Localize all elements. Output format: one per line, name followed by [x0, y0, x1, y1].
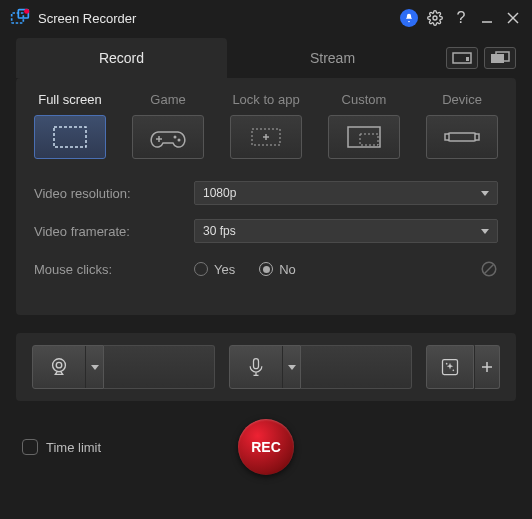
svg-rect-8 [466, 57, 469, 61]
app-title: Screen Recorder [38, 11, 394, 26]
chevron-down-icon [481, 191, 489, 196]
capture-modes: Full screen Game Lock to app Custom Devi… [34, 92, 498, 159]
mode-lock-to-app[interactable]: Lock to app [230, 92, 302, 159]
chevron-down-icon [91, 365, 99, 370]
svg-rect-21 [475, 134, 479, 140]
multi-window-button[interactable] [484, 47, 516, 69]
help-button[interactable]: ? [450, 7, 472, 29]
tabs: Record Stream [16, 38, 516, 78]
close-icon [507, 12, 519, 24]
record-panel: Full screen Game Lock to app Custom Devi… [16, 78, 516, 315]
webcam-dropdown[interactable] [85, 346, 103, 388]
svg-point-13 [178, 139, 181, 142]
window-mode-button[interactable] [446, 47, 478, 69]
mode-device[interactable]: Device [426, 92, 498, 159]
settings-button[interactable] [424, 7, 446, 29]
custom-region-icon [344, 124, 384, 150]
svg-rect-20 [445, 134, 449, 140]
titlebar: Screen Recorder ? [0, 0, 532, 36]
mode-custom[interactable]: Custom [328, 92, 400, 159]
device-icon [442, 124, 482, 150]
resolution-select[interactable]: 1080p [194, 181, 498, 205]
overlay-button[interactable] [426, 345, 474, 389]
microphone-button[interactable] [229, 345, 301, 389]
time-limit-checkbox[interactable] [22, 439, 38, 455]
mode-game[interactable]: Game [132, 92, 204, 159]
svg-rect-26 [254, 359, 259, 369]
gear-icon [427, 10, 443, 26]
chevron-down-icon [481, 229, 489, 234]
time-limit-label: Time limit [46, 440, 101, 455]
svg-rect-18 [360, 134, 378, 145]
svg-point-12 [174, 136, 177, 139]
footer: Time limit REC [16, 419, 516, 475]
minimize-button[interactable] [476, 7, 498, 29]
svg-rect-17 [348, 127, 380, 147]
webcam-level [104, 345, 215, 389]
multi-window-icon [490, 51, 510, 65]
svg-line-23 [485, 265, 494, 274]
svg-point-3 [433, 16, 437, 20]
settings-form: Video resolution: 1080p Video framerate:… [34, 177, 498, 285]
svg-point-28 [446, 363, 448, 365]
microphone-dropdown[interactable] [282, 346, 300, 388]
sparkle-icon [440, 357, 460, 377]
app-logo-icon [10, 8, 30, 28]
svg-point-25 [56, 362, 62, 368]
microphone-level [301, 345, 412, 389]
svg-point-2 [24, 9, 29, 14]
notifications-button[interactable] [398, 7, 420, 29]
minimize-icon [481, 12, 493, 24]
plus-icon [481, 361, 493, 373]
add-overlay-button[interactable] [474, 345, 500, 389]
webcam-button[interactable] [32, 345, 104, 389]
record-button[interactable]: REC [238, 419, 294, 475]
close-button[interactable] [502, 7, 524, 29]
framerate-select[interactable]: 30 fps [194, 219, 498, 243]
tab-record[interactable]: Record [16, 38, 227, 78]
bell-icon [400, 9, 418, 27]
webcam-icon [48, 356, 70, 378]
resolution-label: Video resolution: [34, 186, 194, 201]
tab-stream[interactable]: Stream [227, 38, 438, 78]
mouse-clicks-label: Mouse clicks: [34, 262, 194, 277]
microphone-icon [246, 356, 266, 378]
window-rect-icon [452, 52, 472, 64]
svg-rect-11 [54, 127, 86, 147]
lock-app-icon [246, 124, 286, 150]
question-icon: ? [457, 9, 466, 27]
disabled-icon [480, 260, 498, 278]
full-screen-icon [50, 124, 90, 150]
framerate-label: Video framerate: [34, 224, 194, 239]
mouse-no-radio[interactable]: No [259, 262, 296, 277]
chevron-down-icon [288, 365, 296, 370]
gamepad-icon [148, 124, 188, 150]
mouse-yes-radio[interactable]: Yes [194, 262, 235, 277]
main: Record Stream Full screen Game Lock to a… [0, 38, 532, 489]
svg-point-29 [453, 370, 455, 372]
mode-full-screen[interactable]: Full screen [34, 92, 106, 159]
svg-point-24 [53, 359, 66, 372]
source-strip [16, 333, 516, 401]
svg-rect-19 [448, 133, 476, 141]
